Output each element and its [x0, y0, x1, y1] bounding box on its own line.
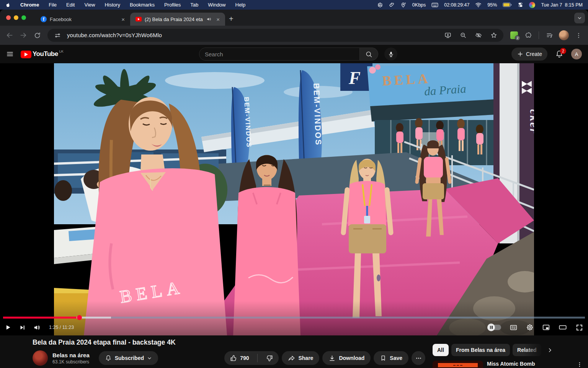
apple-icon[interactable]	[5, 2, 11, 8]
chatgpt-icon[interactable]	[377, 2, 383, 8]
video-frame[interactable]: F BELA da Praia	[54, 63, 534, 335]
channel-avatar[interactable]	[33, 350, 48, 366]
paperclip-icon[interactable]	[389, 2, 395, 8]
macos-menubar: Chrome File Edit View History Bookmarks …	[0, 0, 588, 10]
close-tab-icon[interactable]: ×	[215, 16, 221, 23]
related-thumbnail[interactable]: KILLERS	[433, 361, 483, 368]
settings-gear-icon[interactable]	[526, 324, 534, 331]
like-dislike-pill: 790	[224, 351, 279, 365]
search-box[interactable]	[199, 48, 360, 61]
chrome-menu-kebab-icon[interactable]	[572, 29, 585, 42]
menu-app-name[interactable]: Chrome	[20, 2, 39, 8]
window-controls	[6, 15, 26, 20]
menu-profiles[interactable]: Profiles	[164, 2, 181, 8]
thumbs-up-icon	[230, 355, 237, 362]
voice-search-mic-icon[interactable]	[384, 48, 397, 61]
timer-icon[interactable]	[431, 2, 438, 8]
play-icon[interactable]	[5, 324, 11, 331]
back-icon[interactable]	[3, 29, 16, 42]
progress-played	[3, 317, 77, 319]
guide-hamburger-icon[interactable]	[6, 50, 14, 58]
scrubber-handle[interactable]	[77, 315, 82, 320]
reload-icon[interactable]	[31, 29, 44, 42]
battery-icon[interactable]	[503, 2, 512, 7]
extension-badge: 2	[515, 35, 520, 41]
save-button[interactable]: Save	[374, 351, 408, 365]
account-avatar[interactable]: A	[571, 49, 582, 59]
menu-view[interactable]: View	[84, 2, 95, 8]
subscribed-label: Subscribed	[115, 355, 144, 361]
menu-bookmarks[interactable]: Bookmarks	[130, 2, 155, 8]
zoom-window-button[interactable]	[21, 15, 26, 20]
url-text[interactable]: youtube.com/watch?v=0sYJhWo6Mlo	[67, 32, 438, 38]
next-video-icon[interactable]	[19, 324, 26, 331]
eye-off-icon[interactable]	[473, 32, 484, 39]
notification-count-badge: 2	[560, 48, 566, 54]
close-tab-icon[interactable]: ×	[120, 16, 126, 23]
video-title: Bela da Praia 2024 etapa final - backsta…	[33, 338, 425, 347]
install-app-icon[interactable]	[442, 32, 454, 39]
volume-icon[interactable]	[33, 324, 41, 331]
tab-strip: f Facebook × (2) Bela da Praia 2024 eta …	[0, 10, 588, 26]
subtitles-icon[interactable]	[510, 324, 518, 332]
chevron-down-icon	[147, 356, 152, 361]
menu-file[interactable]: File	[49, 2, 57, 8]
site-settings-icon[interactable]	[52, 32, 63, 39]
address-bar[interactable]: youtube.com/watch?v=0sYJhWo6Mlo	[47, 29, 503, 42]
media-controls-icon[interactable]	[543, 29, 556, 42]
bookmark-star-icon[interactable]	[488, 32, 500, 39]
more-actions-button[interactable]	[412, 351, 425, 365]
menu-edit[interactable]: Edit	[66, 2, 75, 8]
menu-tab[interactable]: Tab	[190, 2, 198, 8]
related-video-item[interactable]: KILLERS Miss Atomic Bomb The Killers Mus…	[433, 361, 583, 368]
like-button[interactable]: 790	[224, 351, 254, 365]
zoom-out-icon[interactable]	[457, 32, 469, 39]
menubar-clock[interactable]: Tue Jan 7 8:15 PM	[541, 2, 583, 8]
svg-text:F: F	[348, 68, 361, 88]
browser-profile-avatar[interactable]	[559, 30, 569, 40]
chips-next-icon[interactable]	[547, 347, 553, 353]
chips-fade-overlay	[524, 344, 544, 356]
fullscreen-icon[interactable]	[575, 324, 583, 332]
control-center-icon[interactable]	[518, 2, 523, 8]
profile-menu-icon[interactable]	[529, 2, 535, 8]
create-button[interactable]: Create	[511, 48, 547, 61]
channel-name[interactable]: Belas na área	[52, 352, 90, 358]
progress-bar[interactable]	[3, 315, 585, 320]
wifi-icon[interactable]	[475, 2, 482, 8]
location-pin-icon[interactable]	[400, 2, 407, 8]
new-tab-button[interactable]: +	[225, 14, 237, 26]
share-label: Share	[298, 355, 313, 361]
minimize-window-button[interactable]	[14, 15, 18, 20]
share-button[interactable]: Share	[282, 351, 319, 365]
related-kebab-icon[interactable]	[577, 361, 583, 368]
search-input[interactable]	[205, 51, 354, 58]
menu-help[interactable]: Help	[235, 2, 246, 8]
forward-icon[interactable]	[17, 29, 30, 42]
bookmark-icon	[380, 355, 387, 361]
network-speed[interactable]: 0Kbps	[412, 2, 426, 8]
timer-value[interactable]: 02:08:29:47	[444, 2, 469, 8]
youtube-logo[interactable]: YouTube LK	[21, 50, 64, 58]
notifications-bell-icon[interactable]: 2	[555, 50, 564, 58]
search-button[interactable]	[360, 48, 378, 61]
tab-search-button[interactable]	[574, 13, 585, 23]
miniplayer-icon[interactable]	[542, 324, 550, 332]
battery-percent[interactable]: 95%	[487, 2, 497, 8]
theater-mode-icon[interactable]	[559, 323, 567, 332]
autoplay-toggle[interactable]	[488, 325, 501, 330]
menu-history[interactable]: History	[105, 2, 120, 8]
adblock-extension-icon[interactable]: 2	[510, 31, 518, 39]
tab-youtube-active[interactable]: (2) Bela da Praia 2024 eta ×	[130, 13, 225, 26]
chip-from-channel[interactable]: From Belas na área	[451, 344, 510, 356]
menu-window[interactable]: Window	[208, 2, 225, 8]
extensions-puzzle-icon[interactable]	[522, 29, 535, 42]
download-button[interactable]: Download	[322, 351, 371, 365]
tab-audio-icon[interactable]	[206, 16, 212, 22]
tab-facebook[interactable]: f Facebook ×	[35, 13, 130, 26]
chip-all[interactable]: All	[433, 344, 449, 356]
close-window-button[interactable]	[6, 15, 11, 20]
dislike-button[interactable]	[261, 351, 279, 365]
subscribed-button[interactable]: Subscribed	[99, 351, 158, 365]
related-video-title[interactable]: Miss Atomic Bomb	[487, 361, 573, 367]
